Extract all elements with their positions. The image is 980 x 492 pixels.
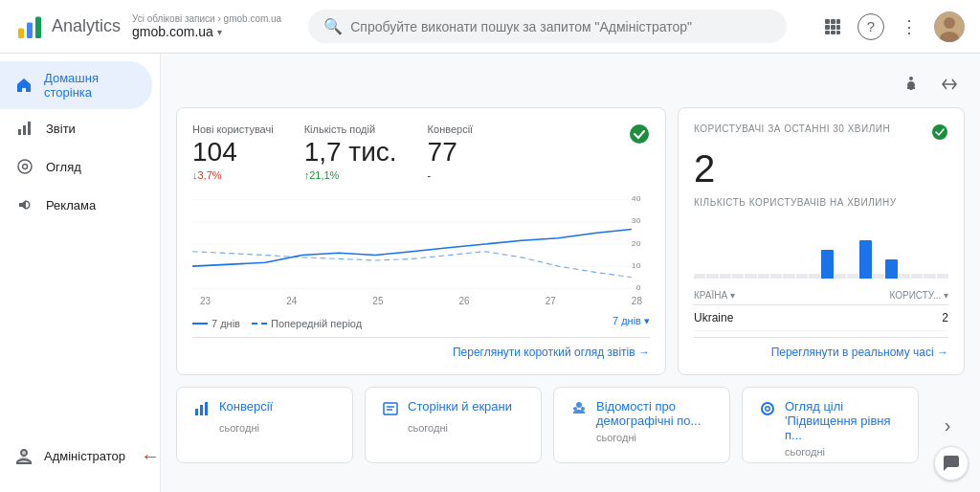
legend-line-solid [192, 323, 208, 324]
home-icon [15, 76, 33, 95]
rt-bar [911, 274, 923, 279]
bottom-card-demographics-title: Відомості про демографічні по... [596, 399, 714, 428]
bottom-card-goals-title: Огляд цілі 'Підвищення рівня п... [785, 399, 902, 442]
sidebar-item-reports[interactable]: Звіти [0, 109, 152, 147]
rt-bar [745, 274, 756, 279]
bottom-card-demographics[interactable]: Відомості про демографічні по... сьогодн… [553, 387, 730, 463]
metrics-check-icon [629, 123, 650, 149]
search-bar[interactable]: 🔍 [308, 10, 787, 43]
sidebar: Домашня сторінка Звіти Огляд Реклама Адм… [0, 54, 161, 492]
svg-rect-10 [831, 31, 835, 34]
rt-bar [847, 274, 858, 279]
svg-rect-6 [825, 25, 830, 30]
header: Analytics Усі облікові записи › gmob.com… [0, 0, 980, 54]
account-dropdown-icon: ▾ [217, 27, 222, 37]
svg-point-31 [932, 124, 947, 140]
realtime-header: КОРИСТУВАЧІ ЗА ОСТАННІ 30 ХВИЛИН [694, 123, 948, 144]
search-icon: 🔍 [323, 17, 343, 35]
bottom-card-conversions[interactable]: Конверсії сьогодні [176, 387, 353, 463]
rt-bar [732, 274, 744, 279]
rt-bar [770, 274, 782, 279]
account-info: Усі облікові записи › gmob.com.ua gmob.c… [132, 13, 281, 39]
cards-row: Нові користувачі 104 ↓3,7% Кількість под… [176, 107, 965, 375]
logo-area: Analytics [15, 12, 121, 41]
rt-country: Ukraine [694, 311, 733, 324]
realtime-table: КРАЇНА ▾ КОРИСТУ... ▾ Ukraine 2 [694, 286, 948, 337]
bottom-card-pages-sub: сьогодні [381, 422, 525, 434]
svg-rect-8 [836, 25, 840, 30]
bottom-card-pages-header: Сторінки й екрани [381, 399, 525, 418]
metric-events-change: ↑21,1% [304, 169, 397, 181]
rt-table-row: Ukraine 2 [694, 305, 948, 331]
admin-icon [15, 447, 33, 466]
svg-point-18 [18, 160, 32, 173]
sidebar-item-admin[interactable]: Адміністратор ← [0, 436, 160, 477]
bottom-card-pages[interactable]: Сторінки й екрани сьогодні [365, 387, 542, 463]
conversions-icon [192, 399, 212, 418]
metric-conversions: Конверсії 77 - [428, 123, 474, 181]
explore-icon [15, 157, 34, 176]
app-name: Analytics [52, 16, 121, 36]
search-input[interactable] [350, 19, 771, 34]
date-filter-button[interactable]: 7 днів ▾ [612, 315, 650, 327]
rt-bars-container [694, 221, 948, 279]
chart-area: 40 30 20 10 0 [192, 192, 650, 296]
account-name[interactable]: gmob.com.ua ▾ [132, 24, 281, 39]
pages-icon [381, 399, 400, 418]
realtime-title: КОРИСТУВАЧІ ЗА ОСТАННІ 30 ХВИЛИН [694, 123, 890, 134]
bottom-card-goals[interactable]: Огляд цілі 'Підвищення рівня п... сьогод… [742, 387, 919, 463]
bottom-card-demographics-sub: сьогодні [569, 432, 714, 443]
metric-events-value: 1,7 тис. [304, 139, 397, 166]
rt-bar [783, 274, 794, 279]
svg-point-13 [944, 17, 955, 29]
rt-col-users[interactable]: КОРИСТУ... ▾ [890, 290, 948, 301]
sidebar-item-home[interactable]: Домашня сторінка [0, 61, 152, 109]
insights-icon[interactable] [896, 69, 926, 100]
realtime-chart [694, 212, 948, 279]
svg-text:20: 20 [632, 239, 641, 247]
svg-rect-0 [18, 28, 24, 38]
chart-legend: 7 днів Попередній період [192, 318, 362, 329]
rt-bar [758, 274, 769, 279]
sidebar-item-explore[interactable]: Огляд [0, 147, 152, 186]
metric-new-users-value: 104 [192, 139, 274, 166]
header-actions: ? ⋮ [815, 10, 965, 44]
svg-text:40: 40 [632, 195, 641, 203]
view-reports-link[interactable]: Переглянути короткий огляд звітів → [192, 346, 650, 359]
reports-icon [15, 119, 34, 138]
rt-bar [835, 274, 846, 279]
analytics-logo [15, 12, 44, 41]
bottom-card-conversions-sub: сьогодні [192, 422, 337, 434]
user-avatar[interactable] [934, 11, 965, 42]
admin-label: Адміністратор [44, 449, 125, 463]
bottom-card-conversions-header: Конверсії [192, 399, 337, 418]
svg-rect-16 [23, 125, 26, 135]
rt-bar [706, 274, 718, 279]
sidebar-label-advertising: Реклама [46, 198, 96, 212]
apps-grid-button[interactable] [815, 10, 850, 44]
svg-point-20 [630, 124, 649, 144]
chat-button[interactable] [934, 446, 969, 481]
bottom-cards-row: Конверсії сьогодні Сторінки й екрани сьо… [176, 387, 965, 463]
help-button[interactable]: ? [858, 13, 884, 40]
sidebar-item-advertising[interactable]: Реклама [0, 186, 152, 224]
svg-rect-5 [836, 19, 840, 24]
advertising-icon [15, 195, 34, 214]
admin-arrow-icon: ← [141, 445, 160, 467]
compare-icon[interactable] [934, 69, 965, 100]
view-realtime-link[interactable]: Переглянути в реальному часі → [694, 346, 948, 359]
rt-bar-active [885, 259, 897, 279]
rt-bar-active [821, 250, 833, 279]
bottom-card-goals-header: Огляд цілі 'Підвищення рівня п... [758, 399, 902, 442]
rt-bar-active [859, 240, 871, 279]
svg-text:30: 30 [632, 217, 641, 225]
bottom-card-conversions-title: Конверсії [219, 399, 337, 414]
svg-rect-17 [28, 122, 31, 135]
realtime-check-icon [931, 123, 948, 144]
svg-rect-3 [825, 19, 830, 24]
svg-point-19 [23, 165, 28, 169]
metric-conversions-change: - [428, 169, 474, 181]
metric-new-users-change: ↓3,7% [192, 169, 274, 181]
more-options-button[interactable]: ⋮ [892, 10, 926, 44]
rt-col-country[interactable]: КРАЇНА ▾ [694, 290, 735, 301]
